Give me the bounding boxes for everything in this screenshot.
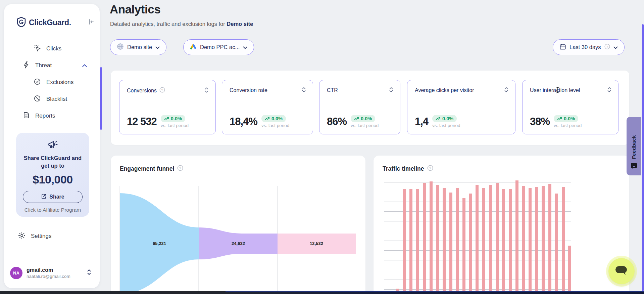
ban-icon xyxy=(34,95,41,104)
affiliate-promo-card[interactable]: Share ClickGuard and get up to $10,000 S… xyxy=(16,133,89,217)
page-title: Analytics xyxy=(110,3,160,16)
logo[interactable]: ClickGuard. xyxy=(17,17,71,29)
chat-launcher-button[interactable] xyxy=(608,258,635,284)
calendar-icon xyxy=(559,43,566,51)
sidebar-item-settings[interactable]: Settings xyxy=(4,228,100,245)
sidebar-scrollbar-thumb[interactable] xyxy=(100,67,102,130)
timeline-bar xyxy=(443,188,446,294)
page-scrollbar-thumb[interactable] xyxy=(642,24,644,291)
trend-up-icon xyxy=(557,117,562,121)
delta-caption: vs. last period xyxy=(432,123,460,128)
stat-value: 12 532 xyxy=(127,116,157,128)
sort-icon[interactable] xyxy=(504,87,508,94)
document-icon xyxy=(22,112,30,121)
stat-label: Conversion rate xyxy=(230,87,267,93)
svg-text:?: ? xyxy=(429,166,431,170)
ppc-account-selector[interactable]: Demo PPC ac... xyxy=(183,39,254,55)
engagement-funnel-card: Engagement funnel ? 65,221 24,632 12,532 xyxy=(111,156,365,294)
sidebar-nav: Clicks Threat Exclusions xyxy=(4,40,100,124)
svg-text:?: ? xyxy=(161,88,163,92)
sidebar-item-label: Exclusions xyxy=(46,79,73,86)
chevron-up-down-icon xyxy=(87,269,91,277)
stat-value: 86% xyxy=(327,116,347,128)
site-selector[interactable]: Demo site xyxy=(110,39,166,55)
funnel-label: 65,221 xyxy=(153,241,166,246)
clickguard-shield-icon xyxy=(17,17,26,29)
trend-up-icon xyxy=(354,117,359,121)
help-circle-icon[interactable]: ? xyxy=(159,87,165,94)
stat-value: 18,4% xyxy=(230,116,257,128)
delta-caption: vs. last period xyxy=(161,123,189,128)
stat-card-average-clicks: Average clicks per visitor 1,4 0.0% vs. … xyxy=(407,80,515,134)
sidebar-item-exclusions[interactable]: Exclusions xyxy=(4,74,100,91)
feedback-smiley-icon xyxy=(631,163,637,171)
promo-text: Share ClickGuard and get up to xyxy=(16,154,89,170)
google-ads-icon xyxy=(190,43,197,51)
timeline-bar xyxy=(456,188,459,294)
timeline-bar xyxy=(489,185,492,294)
sidebar-item-blacklist[interactable]: Blacklist xyxy=(4,91,100,108)
traffic-timeline-card: Traffic timeline ? xyxy=(374,156,629,294)
stat-label: CTR xyxy=(327,87,338,93)
lightning-icon xyxy=(22,61,30,70)
date-range-selector[interactable]: Last 30 days ? xyxy=(553,39,625,55)
svg-text:?: ? xyxy=(606,45,608,48)
timeline-bar xyxy=(409,189,412,294)
timeline-bar xyxy=(462,198,465,294)
chevron-down-icon xyxy=(243,44,247,50)
delta-badge: 0.0% xyxy=(554,115,578,122)
divider xyxy=(12,257,92,257)
external-link-icon xyxy=(41,194,47,201)
account-switcher[interactable]: NA gmail.com naatali.ro@gmail.com xyxy=(10,263,94,282)
sidebar-item-label: Reports xyxy=(35,113,55,119)
delta-badge: 0.0% xyxy=(261,115,286,122)
logo-text: ClickGuard. xyxy=(29,18,71,27)
gridline xyxy=(384,182,571,182)
sidebar-item-label: Threat xyxy=(35,62,52,69)
sidebar-item-reports[interactable]: Reports xyxy=(4,108,100,124)
megaphone-icon xyxy=(47,145,58,151)
funnel-label: 24,632 xyxy=(232,241,245,246)
sidebar-item-label: Clicks xyxy=(46,45,61,52)
stat-value: 38% xyxy=(530,116,550,128)
site-selector-value: Demo site xyxy=(127,44,152,50)
sort-icon[interactable] xyxy=(204,87,209,94)
share-button[interactable]: Share xyxy=(23,191,83,203)
delta-badge: 0.0% xyxy=(351,115,375,122)
help-circle-icon[interactable]: ? xyxy=(177,165,183,173)
sidebar-item-clicks[interactable]: Clicks xyxy=(4,40,100,57)
feedback-tab[interactable]: Feedback xyxy=(627,117,641,175)
timeline-bar xyxy=(529,188,532,294)
text-cursor-pointer xyxy=(556,87,560,95)
sort-icon[interactable] xyxy=(302,87,306,94)
timeline-bar xyxy=(502,189,505,294)
timeline-bar xyxy=(568,246,571,294)
timeline-bar xyxy=(423,183,426,294)
traffic-timeline-chart xyxy=(384,180,571,294)
delta-caption: vs. last period xyxy=(261,123,289,128)
sort-icon[interactable] xyxy=(389,87,393,94)
delta-caption: vs. last period xyxy=(554,123,582,128)
chevron-down-icon xyxy=(613,44,618,50)
settings-label: Settings xyxy=(31,233,51,240)
sort-icon[interactable] xyxy=(607,87,611,94)
stat-card-conversions: Conversions ? 12 532 0.0% vs. last perio… xyxy=(119,80,216,134)
bottom-edge-highlight xyxy=(226,291,644,292)
gear-icon xyxy=(18,232,26,241)
timeline-bar xyxy=(548,184,551,294)
timeline-bar xyxy=(562,187,565,294)
chat-bubble-icon xyxy=(614,264,629,278)
timeline-bar xyxy=(496,183,499,294)
ppc-account-value: Demo PPC ac... xyxy=(200,44,240,50)
delta-badge: 0.0% xyxy=(432,115,457,122)
sidebar-collapse-button[interactable] xyxy=(87,18,94,27)
svg-text:?: ? xyxy=(179,166,181,170)
help-circle-icon[interactable]: ? xyxy=(427,165,433,173)
stat-label: User interaction level xyxy=(530,87,580,93)
account-email: naatali.ro@gmail.com xyxy=(27,274,70,279)
delta-badge: 0.0% xyxy=(161,115,185,122)
help-circle-icon[interactable]: ? xyxy=(604,44,610,51)
promo-amount: $10,000 xyxy=(16,173,89,186)
chevron-up-icon[interactable] xyxy=(82,62,87,69)
sidebar-item-threat[interactable]: Threat xyxy=(4,57,100,74)
